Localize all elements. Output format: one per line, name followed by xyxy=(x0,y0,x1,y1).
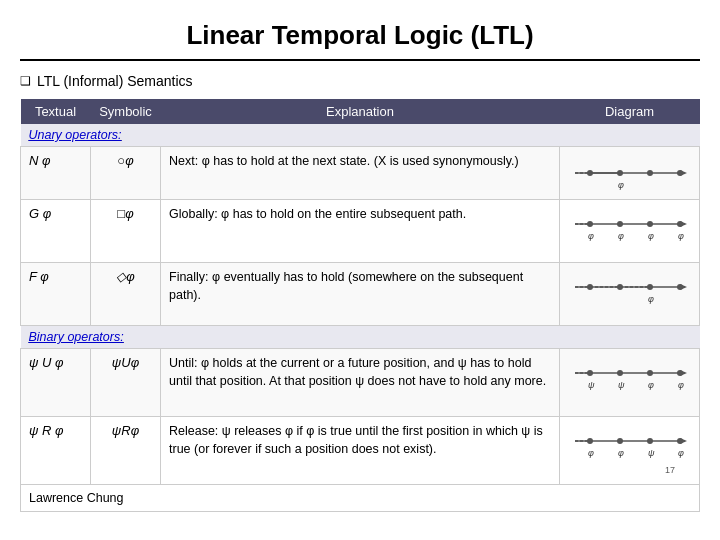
svg-text:φ: φ xyxy=(618,448,624,458)
svg-marker-14 xyxy=(680,221,687,227)
section-header-text: LTL (Informal) Semantics xyxy=(37,73,193,89)
svg-text:φ: φ xyxy=(648,380,654,390)
svg-point-31 xyxy=(617,370,623,376)
explanation-r: Release: ψ releases φ if φ is true until… xyxy=(161,417,560,485)
svg-text:ψ: ψ xyxy=(618,380,625,390)
svg-text:ψ: ψ xyxy=(588,380,595,390)
svg-marker-34 xyxy=(680,370,687,376)
svg-text:17: 17 xyxy=(665,465,675,475)
svg-point-43 xyxy=(647,438,653,444)
textual-u: ψ U φ xyxy=(21,349,91,417)
svg-point-42 xyxy=(617,438,623,444)
svg-text:φ: φ xyxy=(678,231,684,241)
svg-point-12 xyxy=(647,221,653,227)
svg-text:φ: φ xyxy=(588,231,594,241)
diagram-u: ψ ψ φ φ xyxy=(560,349,700,417)
symbolic-u: ψUφ xyxy=(91,349,161,417)
col-header-explanation: Explanation xyxy=(161,99,560,124)
symbolic-n: ○φ xyxy=(91,147,161,200)
table-row: F φ ◇φ Finally: φ eventually has to hold… xyxy=(21,263,700,326)
table-row: ψ R φ ψRφ Release: ψ releases φ if φ is … xyxy=(21,417,700,485)
binary-label: Binary operators: xyxy=(29,330,124,344)
unary-operators-header: Unary operators: xyxy=(21,124,700,147)
svg-marker-25 xyxy=(680,284,687,290)
svg-marker-5 xyxy=(680,170,687,176)
explanation-u: Until: φ holds at the current or a futur… xyxy=(161,349,560,417)
diagram-n: φ xyxy=(560,147,700,200)
textual-n: N φ xyxy=(21,147,91,200)
unary-label: Unary operators: xyxy=(29,128,122,142)
ltl-table: Textual Symbolic Explanation Diagram Una… xyxy=(20,99,700,512)
diagram-f: φ xyxy=(560,263,700,326)
svg-point-32 xyxy=(647,370,653,376)
svg-point-11 xyxy=(617,221,623,227)
symbolic-r: ψRφ xyxy=(91,417,161,485)
svg-text:φ: φ xyxy=(648,231,654,241)
explanation-g: Globally: φ has to hold on the entire su… xyxy=(161,200,560,263)
textual-g: G φ xyxy=(21,200,91,263)
svg-text:φ: φ xyxy=(678,380,684,390)
svg-text:φ: φ xyxy=(678,448,684,458)
footer-text: Lawrence Chung xyxy=(29,491,124,505)
explanation-f: Finally: φ eventually has to hold (somew… xyxy=(161,263,560,326)
svg-text:φ: φ xyxy=(588,448,594,458)
footer-cell: Lawrence Chung xyxy=(21,485,700,512)
table-row: ψ U φ ψUφ Until: φ holds at the current … xyxy=(21,349,700,417)
textual-r: ψ R φ xyxy=(21,417,91,485)
symbolic-g: □φ xyxy=(91,200,161,263)
svg-marker-45 xyxy=(680,438,687,444)
svg-text:φ: φ xyxy=(618,180,624,190)
table-row: G φ □φ Globally: φ has to hold on the en… xyxy=(21,200,700,263)
col-header-diagram: Diagram xyxy=(560,99,700,124)
svg-point-3 xyxy=(647,170,653,176)
svg-text:φ: φ xyxy=(618,231,624,241)
explanation-n: Next: φ has to hold at the next state. (… xyxy=(161,147,560,200)
svg-text:ψ: ψ xyxy=(648,448,655,458)
table-row: N φ ○φ Next: φ has to hold at the next s… xyxy=(21,147,700,200)
section-header: LTL (Informal) Semantics xyxy=(20,73,700,89)
col-header-textual: Textual xyxy=(21,99,91,124)
col-header-symbolic: Symbolic xyxy=(91,99,161,124)
page-title: Linear Temporal Logic (LTL) xyxy=(20,10,700,61)
diagram-g: φ φ φ φ xyxy=(560,200,700,263)
textual-f: F φ xyxy=(21,263,91,326)
svg-text:φ: φ xyxy=(648,294,654,304)
diagram-r: φ φ ψ φ 17 xyxy=(560,417,700,485)
binary-operators-header: Binary operators: xyxy=(21,326,700,349)
footer-row: Lawrence Chung xyxy=(21,485,700,512)
symbolic-f: ◇φ xyxy=(91,263,161,326)
